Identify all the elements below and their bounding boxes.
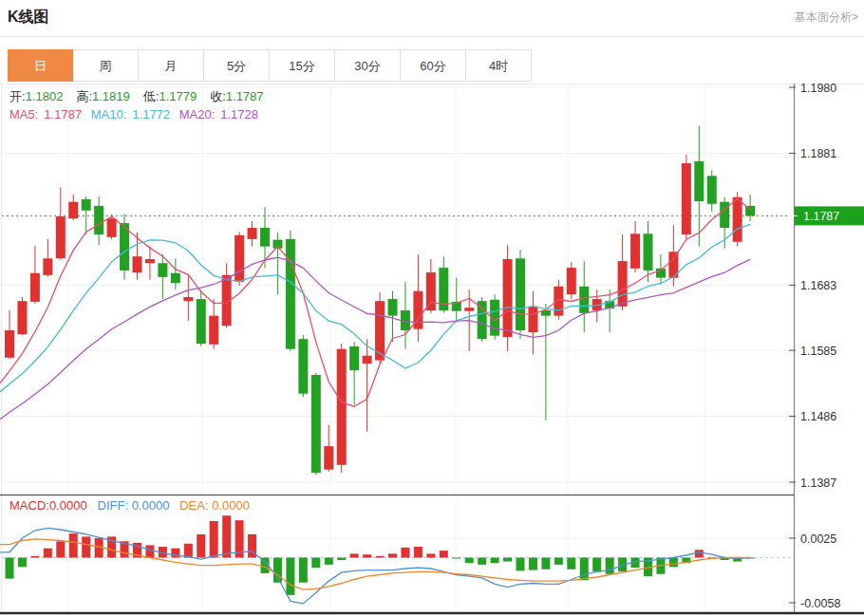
ma20-value: 1.1728 bbox=[220, 107, 258, 121]
candlestick-series bbox=[5, 126, 755, 476]
macd-value: 0.0000 bbox=[49, 498, 87, 513]
svg-text:1.1387: 1.1387 bbox=[800, 476, 836, 490]
high-value: 1.1819 bbox=[92, 89, 130, 103]
ma5-label: MA5: bbox=[9, 107, 38, 121]
svg-text:1.1787: 1.1787 bbox=[803, 210, 839, 223]
price-axis-labels: 1.19801.18811.17871.16831.15851.14861.13… bbox=[789, 82, 864, 610]
horizontal-gridlines bbox=[2, 87, 794, 538]
open-label: 开: bbox=[9, 89, 26, 103]
diff-value: 0.0000 bbox=[132, 498, 170, 513]
ma20-label: MA20: bbox=[179, 107, 216, 121]
svg-text:1.1683: 1.1683 bbox=[800, 279, 836, 292]
low-value: 1.1779 bbox=[159, 89, 197, 103]
svg-text:1.1585: 1.1585 bbox=[800, 345, 836, 358]
ohlc-info-bar: 开:1.1802高:1.1819低:1.1779收:1.1787 bbox=[9, 88, 277, 105]
svg-text:1.1486: 1.1486 bbox=[800, 410, 836, 423]
dea-label: DEA: bbox=[179, 498, 208, 513]
vertical-gridlines bbox=[67, 84, 704, 612]
low-label: 低: bbox=[143, 89, 160, 103]
svg-text:1.1980: 1.1980 bbox=[800, 82, 836, 95]
high-label: 高: bbox=[76, 89, 92, 103]
macd-histogram bbox=[6, 515, 755, 595]
kline-widget: { "header": { "title": "K线图", "analysis_… bbox=[0, 0, 864, 616]
svg-text:-0.0058: -0.0058 bbox=[800, 597, 840, 610]
svg-text:1.1881: 1.1881 bbox=[800, 147, 836, 160]
close-value: 1.1787 bbox=[226, 89, 264, 103]
svg-text:0.0025: 0.0025 bbox=[800, 532, 836, 546]
dea-value: 0.0000 bbox=[212, 498, 250, 513]
ma10-label: MA10: bbox=[91, 107, 127, 121]
ma5-value: 1.1787 bbox=[44, 107, 82, 121]
macd-info-bar: MACD:0.0000 DIFF: 0.0000 DEA: 0.0000 bbox=[9, 498, 250, 513]
open-value: 1.1802 bbox=[26, 89, 64, 103]
ma10-value: 1.1772 bbox=[132, 107, 170, 121]
close-label: 收: bbox=[210, 89, 226, 103]
macd-label: MACD: bbox=[9, 498, 49, 513]
ma-info-bar: MA5:1.1787 MA10:1.1772 MA20:1.1728 bbox=[9, 107, 264, 121]
diff-label: DIFF: bbox=[98, 498, 129, 513]
